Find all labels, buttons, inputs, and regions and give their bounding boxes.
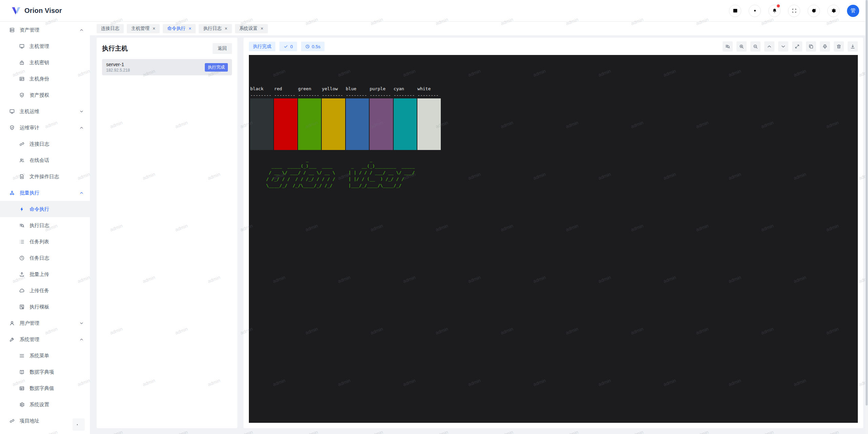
user-avatar[interactable]: 管	[847, 5, 859, 17]
zoom-in-button[interactable]	[736, 41, 747, 52]
swatch-purple	[370, 98, 393, 150]
sidebar: 资产管理主机管理主机密钥主机身份资产授权主机运维运维审计连接日志在线会话文件操作…	[0, 22, 90, 434]
clock-icon	[305, 44, 310, 49]
chevron-down-icon	[79, 321, 84, 325]
app-title: Orion Visor	[24, 7, 62, 15]
sidebar-group-host-ops[interactable]: 主机运维	[0, 103, 90, 119]
terminal-output[interactable]: black red green yellow blue purple cyan …	[249, 55, 858, 423]
file-template-icon	[19, 304, 25, 310]
ascii-art-line: _ _	[250, 156, 856, 163]
lock-icon	[19, 60, 25, 65]
users-icon	[19, 157, 25, 163]
close-icon[interactable]: ×	[153, 26, 155, 31]
sidebar-item-dict-values[interactable]: 数据字典值	[0, 380, 90, 396]
swatch-black	[250, 98, 274, 150]
theme-toggle-button[interactable]	[749, 5, 761, 17]
sidebar-item-host-management[interactable]: 主机管理	[0, 38, 90, 54]
sidebar-group-ops-audit[interactable]: 运维审计	[0, 119, 90, 136]
chevron-up-icon	[79, 191, 84, 195]
refresh-button[interactable]	[808, 5, 820, 17]
sidebar-item-host-keys[interactable]: 主机密钥	[0, 54, 90, 71]
back-button[interactable]: 返回	[213, 43, 232, 54]
tab-host-management[interactable]: 主机管理×	[127, 24, 160, 33]
code-square-button[interactable]	[729, 5, 741, 17]
execution-status-badges: 执行完成 0 0.5s	[249, 42, 324, 51]
table-grid-icon	[19, 385, 25, 391]
book-icon	[19, 369, 25, 375]
chevron-down-icon	[79, 109, 84, 114]
sidebar-item-host-identity[interactable]: 主机身份	[0, 71, 90, 87]
fullscreen-button[interactable]	[788, 5, 800, 17]
clock-icon	[19, 255, 25, 261]
chevron-up-button[interactable]	[764, 41, 774, 52]
upload-icon	[19, 271, 25, 277]
page-scrollbar-thumb[interactable]	[866, 0, 868, 405]
gear-icon	[19, 402, 25, 408]
sidebar-item-task-list[interactable]: 任务列表	[0, 233, 90, 250]
id-card-icon	[19, 76, 25, 82]
sidebar-group-user-management[interactable]: 用户管理	[0, 315, 90, 331]
sidebar-group-batch-execution[interactable]: 批量执行	[0, 185, 90, 201]
sidebar-group-system-management[interactable]: 系统管理	[0, 331, 90, 347]
sidebar-item-execution-log[interactable]: 执行日志	[0, 217, 90, 233]
sidebar-item-online-session[interactable]: 在线会话	[0, 152, 90, 168]
link-icon	[9, 418, 15, 424]
sidebar-item-system-menu[interactable]: 系统菜单	[0, 347, 90, 364]
tab-system-settings[interactable]: 系统设置×	[235, 24, 268, 33]
swatch-white	[417, 98, 441, 150]
ascii-art-line: ____ _____(_)___ ____ _ __(_)________ __…	[250, 163, 856, 169]
zoom-in-icon	[739, 44, 744, 49]
header-actions: 管	[729, 5, 859, 17]
chevron-up-icon	[79, 126, 84, 130]
copy-button[interactable]	[806, 41, 816, 52]
sidebar-item-file-operation-log[interactable]: 文件操作日志	[0, 168, 90, 185]
cluster-icon	[9, 190, 15, 196]
chevron-down-button[interactable]	[778, 41, 788, 52]
terminal-toolbar	[723, 41, 858, 52]
swatch-blue	[346, 98, 370, 150]
tab-connect-log[interactable]: 连接日志	[97, 24, 124, 33]
user-icon	[9, 320, 15, 326]
sidebar-item-system-settings[interactable]: 系统设置	[0, 396, 90, 413]
download-button[interactable]	[848, 41, 858, 52]
copy-icon	[808, 44, 814, 49]
sidebar-item-dict-keys[interactable]: 数据字典项	[0, 364, 90, 380]
host-ip: 182.92.5.218	[106, 68, 130, 73]
shield-check-icon	[19, 92, 25, 98]
notification-dot	[777, 4, 780, 7]
chevron-up-icon	[767, 44, 772, 49]
sidebar-item-batch-upload[interactable]: 批量上传	[0, 266, 90, 282]
sidebar-item-task-log[interactable]: 任务日志	[0, 250, 90, 266]
shield-check-icon	[9, 125, 15, 131]
app-header: Orion Visor 管	[0, 0, 868, 22]
sidebar-item-command-execution[interactable]: 命令执行	[0, 201, 90, 217]
swatch-yellow	[322, 98, 346, 150]
sidebar-item-asset-authorization[interactable]: 资产授权	[0, 87, 90, 103]
server-icon	[9, 27, 15, 33]
sidebar-item-connect-log[interactable]: 连接日志	[0, 136, 90, 152]
swatch-cyan	[394, 98, 417, 150]
close-icon[interactable]: ×	[189, 26, 191, 31]
sidebar-collapse-button[interactable]	[73, 418, 85, 431]
color-swatches	[250, 98, 856, 150]
close-icon[interactable]: ×	[224, 26, 227, 31]
notifications-button[interactable]	[768, 5, 781, 17]
tab-execution-log[interactable]: 执行日志×	[199, 24, 232, 33]
check-icon	[283, 44, 288, 49]
sidebar-item-upload-task[interactable]: 上传任务	[0, 282, 90, 299]
search-list-button[interactable]	[723, 41, 733, 52]
host-item[interactable]: server-1 182.92.5.218 执行完成	[102, 59, 232, 75]
app-logo: Orion Visor	[12, 7, 62, 15]
expand-icon	[794, 44, 800, 49]
zoom-out-button[interactable]	[750, 41, 761, 52]
close-icon[interactable]: ×	[261, 26, 263, 31]
settings-button[interactable]	[827, 5, 840, 17]
expand-button[interactable]	[792, 41, 802, 52]
tab-command-execution[interactable]: 命令执行×	[163, 24, 196, 33]
status-badge: 执行完成	[249, 42, 275, 51]
brush-button[interactable]	[820, 41, 830, 52]
trash-button[interactable]	[834, 41, 844, 52]
sidebar-item-execution-template[interactable]: 执行模板	[0, 299, 90, 315]
page-scrollbar-track	[865, 0, 868, 434]
sidebar-group-asset-management[interactable]: 资产管理	[0, 22, 90, 38]
